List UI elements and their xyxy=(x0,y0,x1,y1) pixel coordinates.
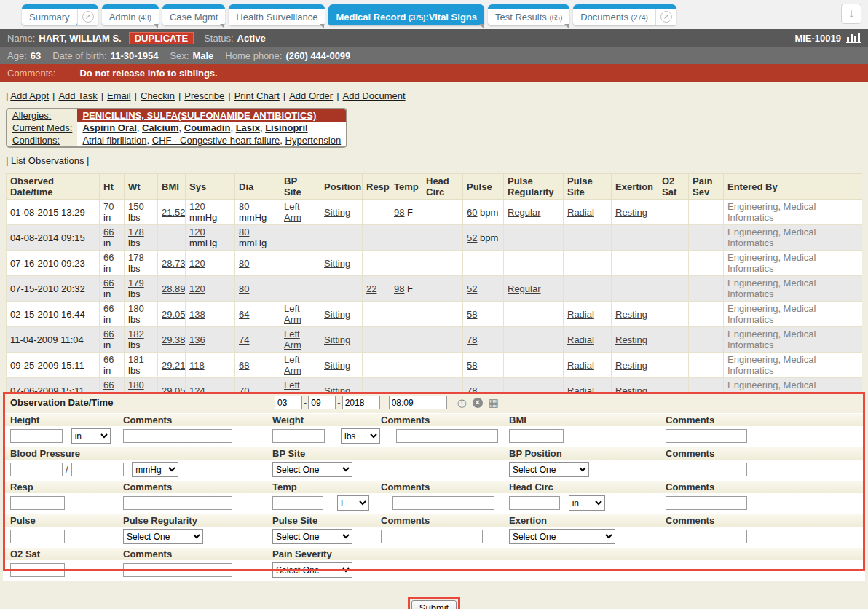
allergies-label-link[interactable]: Allergies: xyxy=(12,110,51,121)
obs-value-link[interactable]: 66 xyxy=(103,303,114,314)
weight-input[interactable] xyxy=(272,429,325,443)
current-meds-label-link[interactable]: Current Meds: xyxy=(12,122,72,133)
bmi-comments-input[interactable] xyxy=(666,429,747,443)
obs-value-link[interactable]: 80 xyxy=(239,227,249,237)
obs-value-link[interactable]: 118 xyxy=(189,360,205,371)
action-link-checkin[interactable]: Checkin xyxy=(141,90,175,101)
obs-value-link[interactable]: Radial xyxy=(567,334,594,345)
med-link-lisinopril[interactable]: Lisinopril xyxy=(265,122,308,133)
date-month-input[interactable] xyxy=(275,396,302,409)
obs-value-link[interactable]: 66 xyxy=(103,278,114,288)
temp-comments-input[interactable] xyxy=(392,496,494,510)
obs-value-link[interactable]: 150 xyxy=(128,201,144,212)
resp-input[interactable] xyxy=(10,496,65,510)
tab-documents[interactable]: Documents (274)↗ xyxy=(573,4,676,25)
obs-value-link[interactable]: Left Arm xyxy=(284,354,301,376)
date-day-input[interactable] xyxy=(308,396,336,409)
obs-value-link[interactable]: Resting xyxy=(615,309,647,320)
obs-value-link[interactable]: 28.73 xyxy=(162,258,186,269)
obs-value-link[interactable]: Radial xyxy=(567,309,594,320)
med-link-calcium[interactable]: Calcium xyxy=(142,122,179,133)
obs-value-link[interactable]: Radial xyxy=(567,385,594,393)
obs-value-link[interactable]: 58 xyxy=(467,309,477,320)
obs-value-link[interactable]: 180 xyxy=(128,380,144,390)
obs-value-link[interactable]: 66 xyxy=(103,354,114,365)
tab-health-surveillance[interactable]: Health Surveillance xyxy=(229,4,325,25)
bmi-input[interactable] xyxy=(509,429,564,443)
obs-value-link[interactable]: Left Arm xyxy=(284,329,301,350)
obs-value-link[interactable]: Sitting xyxy=(324,360,350,371)
height-input[interactable] xyxy=(10,429,63,443)
head-circ-comments-input[interactable] xyxy=(666,496,747,510)
bp-systolic-input[interactable] xyxy=(10,463,63,476)
obs-value-link[interactable]: 28.89 xyxy=(162,283,186,294)
tab-case-mgmt[interactable]: Case Mgmt xyxy=(162,4,225,25)
temp-input[interactable] xyxy=(272,496,323,510)
pulse-regularity-select[interactable]: Select One xyxy=(123,529,203,544)
obs-value-link[interactable]: 78 xyxy=(467,385,477,393)
obs-value-link[interactable]: 22 xyxy=(366,283,376,294)
o2-sat-comments-input[interactable] xyxy=(123,563,232,577)
pulse-input[interactable] xyxy=(10,530,65,543)
condition-link-atrial-fibrillation[interactable]: Atrial fibrillation xyxy=(82,135,146,146)
bp-comments-input[interactable] xyxy=(666,463,747,476)
tab-summary[interactable]: Summary↗ xyxy=(22,4,98,25)
obs-value-link[interactable]: 21.52 xyxy=(162,207,186,218)
clock-icon[interactable]: ◷ xyxy=(457,396,467,409)
submit-button[interactable]: Submit xyxy=(411,600,457,609)
o2-sat-input[interactable] xyxy=(10,563,65,577)
bp-site-select[interactable]: Select One xyxy=(272,462,352,477)
obs-value-link[interactable]: Resting xyxy=(615,360,647,371)
obs-value-link[interactable]: Sitting xyxy=(324,309,350,320)
list-observations-link[interactable]: List Observations xyxy=(11,155,84,166)
download-icon[interactable]: ↓ xyxy=(841,4,861,24)
obs-value-link[interactable]: 80 xyxy=(239,283,249,294)
obs-value-link[interactable]: 178 xyxy=(128,252,144,263)
condition-link-chf-congestive-heart-failure[interactable]: CHF - Congestive heart failure xyxy=(152,135,280,146)
exertion-select[interactable]: Select One xyxy=(509,529,615,544)
condition-link-hypertension[interactable]: Hypertension xyxy=(285,135,342,146)
conditions-label-link[interactable]: Conditions: xyxy=(12,135,60,146)
obs-value-link[interactable]: 66 xyxy=(103,227,114,237)
med-link-aspirin-oral[interactable]: Aspirin Oral xyxy=(82,122,136,133)
pulse-comments-input[interactable] xyxy=(381,530,483,543)
obs-value-link[interactable]: Regular xyxy=(508,207,541,218)
obs-value-link[interactable]: Sitting xyxy=(324,334,350,345)
med-link-coumadin[interactable]: Coumadin xyxy=(184,122,231,133)
obs-value-link[interactable]: 181 xyxy=(128,354,144,365)
obs-value-link[interactable]: 182 xyxy=(128,329,144,339)
obs-value-link[interactable]: Left Arm xyxy=(284,380,301,392)
obs-value-link[interactable]: 66 xyxy=(103,252,114,263)
obs-value-link[interactable]: Resting xyxy=(615,334,647,345)
action-link-add-task[interactable]: Add Task xyxy=(58,90,97,101)
obs-value-link[interactable]: 80 xyxy=(239,201,249,212)
duplicate-badge[interactable]: DUPLICATE xyxy=(129,32,194,44)
obs-value-link[interactable]: 66 xyxy=(103,380,114,390)
obs-value-link[interactable]: 60 xyxy=(467,207,477,218)
calendar-icon[interactable]: ▦ xyxy=(489,396,499,409)
obs-value-link[interactable]: 124 xyxy=(189,385,205,393)
action-link-add-order[interactable]: Add Order xyxy=(289,90,333,101)
obs-value-link[interactable]: 120 xyxy=(189,227,205,237)
tab-medical-record[interactable]: Medical Record (375):Vital Signs xyxy=(328,4,484,25)
bp-diastolic-input[interactable] xyxy=(71,463,124,476)
clear-icon[interactable]: × xyxy=(473,398,483,408)
weight-comments-input[interactable] xyxy=(396,429,498,443)
head-circ-unit-select[interactable]: in xyxy=(569,495,605,511)
obs-value-link[interactable]: 70 xyxy=(103,201,114,212)
action-link-add-appt[interactable]: Add Appt xyxy=(10,90,49,101)
tab-popout[interactable]: ↗ xyxy=(655,9,676,25)
tab-popout[interactable]: ↗ xyxy=(77,9,98,25)
obs-value-link[interactable]: 120 xyxy=(189,283,205,294)
pulse-site-select[interactable]: Select One xyxy=(272,529,352,544)
obs-value-link[interactable]: 70 xyxy=(239,385,249,393)
obs-value-link[interactable]: Radial xyxy=(567,207,594,218)
obs-value-link[interactable]: 178 xyxy=(128,227,144,237)
weight-unit-select[interactable]: lbs xyxy=(341,428,380,444)
obs-value-link[interactable]: Resting xyxy=(615,385,647,393)
action-link-email[interactable]: Email xyxy=(107,90,131,101)
action-link-prescribe[interactable]: Prescribe xyxy=(184,90,224,101)
obs-value-link[interactable]: 29.21 xyxy=(162,360,186,371)
obs-value-link[interactable]: 120 xyxy=(189,201,205,212)
obs-value-link[interactable]: Sitting xyxy=(324,258,350,269)
